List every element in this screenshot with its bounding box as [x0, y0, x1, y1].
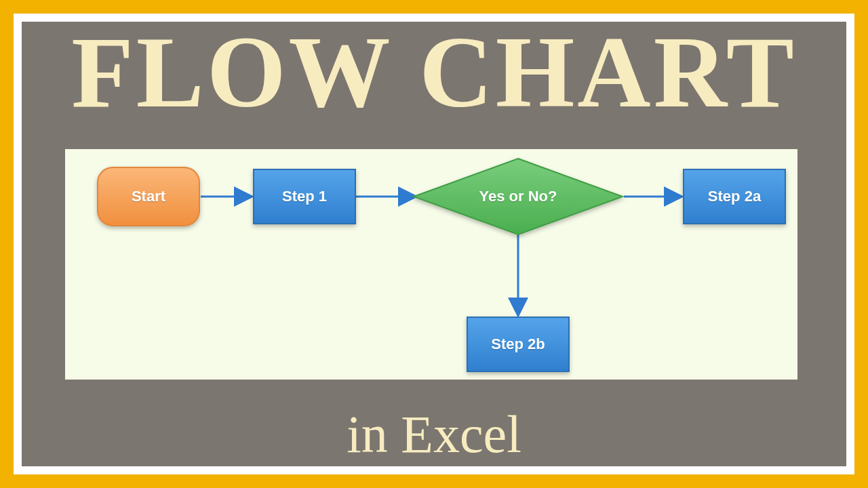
gray-panel: FLOW CHART: [22, 22, 846, 466]
node-step2a: [684, 169, 785, 224]
node-step2b: [467, 317, 569, 371]
diagram-canvas: Start Step 1 Yes or No? Step 2a Step 2b: [65, 149, 797, 380]
node-decision: [414, 159, 623, 235]
title-text: FLOW CHART: [22, 14, 846, 130]
flowchart-svg: [65, 149, 797, 380]
subtitle-text: in Excel: [22, 404, 846, 465]
outer-frame: FLOW CHART: [0, 0, 868, 488]
node-step1: [254, 169, 355, 224]
white-frame: FLOW CHART: [14, 14, 854, 474]
node-start: [98, 167, 199, 226]
